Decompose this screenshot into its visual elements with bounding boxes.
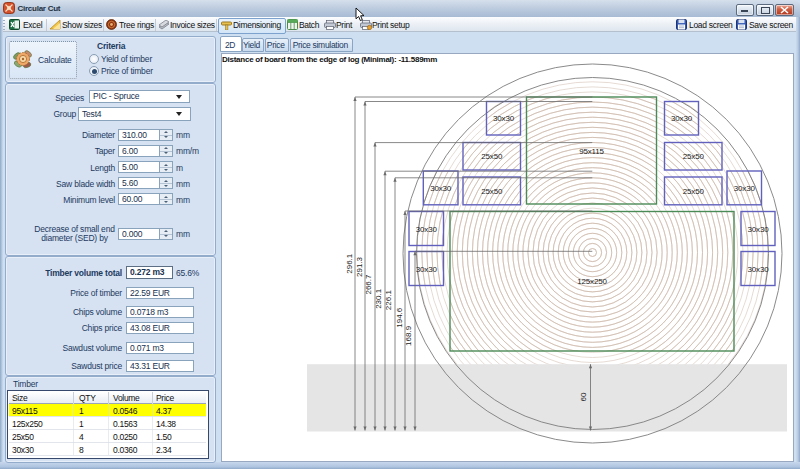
svg-text:291.3: 291.3 [355, 256, 364, 277]
svg-text:25x50: 25x50 [481, 152, 503, 161]
svg-text:25x50: 25x50 [683, 152, 705, 161]
svg-text:30x30: 30x30 [493, 114, 515, 123]
svg-text:30x30: 30x30 [748, 265, 770, 274]
svg-text:194.6: 194.6 [395, 307, 404, 328]
svg-text:296.1: 296.1 [345, 253, 354, 274]
svg-text:30x30: 30x30 [748, 225, 770, 234]
svg-text:30x30: 30x30 [430, 184, 452, 193]
svg-text:125x250: 125x250 [577, 277, 607, 286]
svg-text:266.7: 266.7 [365, 274, 374, 295]
svg-text:168.9: 168.9 [405, 325, 414, 346]
svg-text:25x50: 25x50 [481, 187, 503, 196]
svg-text:30x30: 30x30 [416, 225, 438, 234]
svg-text:25x50: 25x50 [683, 187, 705, 196]
svg-text:95x115: 95x115 [579, 147, 604, 156]
svg-text:230.1: 230.1 [375, 288, 384, 309]
svg-text:30x30: 30x30 [734, 184, 756, 193]
svg-text:30x30: 30x30 [671, 114, 693, 123]
svg-text:226.1: 226.1 [385, 290, 394, 311]
svg-text:30x30: 30x30 [416, 265, 438, 274]
svg-text:60: 60 [579, 392, 588, 401]
